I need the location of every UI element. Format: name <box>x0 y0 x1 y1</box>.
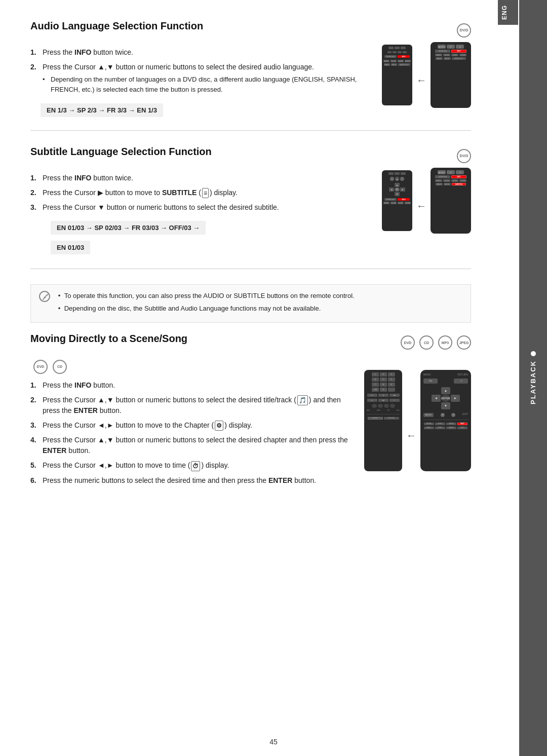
moving-section-title: Moving Directly to a Scene/Song <box>30 333 187 347</box>
audio-section: Audio Language Selection Function DVD <box>30 20 471 131</box>
time-icon: ⏱ <box>191 461 200 471</box>
audio-step-2: 2. Press the Cursor ▲,▼ button or numeri… <box>30 62 471 94</box>
subtitle-steps: 1. Press the INFO button twice. 2. Press… <box>30 173 471 213</box>
subtitle-step-3: 3. Press the Cursor ▼ button or numeric … <box>30 202 471 213</box>
info-bold-3: INFO <box>74 381 91 389</box>
eng-label: ENG <box>501 5 508 20</box>
enter-bold-2: ENTER <box>43 446 66 455</box>
sidebar-dot <box>531 351 536 356</box>
moving-sub-cd-badge: CD <box>53 360 67 374</box>
moving-section: Moving Directly to a Scene/Song DVD CD M… <box>30 333 471 490</box>
subtitle-section-header: Subtitle Language Selection Function DVD <box>30 146 471 166</box>
moving-dvd-badge: DVD <box>401 335 415 350</box>
subtitle-icon: ≡ <box>202 188 209 198</box>
subtitle-bold: SUBTITLE <box>162 188 197 197</box>
audio-dvd-badge: DVD <box>457 23 471 37</box>
moving-step-2: 2. Press the Cursor ▲,▼ button or numeri… <box>30 395 471 416</box>
subtitle-formula-line1: EN 01/03 → SP 02/03 → FR 03/03 → OFF/03 … <box>51 221 206 235</box>
chapter-icon: ⚙ <box>215 421 223 431</box>
subtitle-step-1: 1. Press the INFO button twice. <box>30 173 471 183</box>
audio-section-header: Audio Language Selection Function DVD <box>30 20 471 40</box>
info-bold-1: INFO <box>74 48 91 56</box>
audio-sub-bullet: Depending on the number of languages on … <box>43 74 471 94</box>
title-icon: 🎵 <box>297 395 308 405</box>
moving-step-1: 1. Press the INFO button. <box>30 380 471 391</box>
note-item-1: To operate this function, you can also p… <box>56 291 460 301</box>
moving-mp3-badge: MP3 <box>438 335 452 350</box>
subtitle-step-2: 2. Press the Cursor ▶ button to move to … <box>30 187 471 198</box>
enter-bold-3: ENTER <box>268 476 292 484</box>
info-bold-2: INFO <box>74 174 91 182</box>
sidebar-right: PLAYBACK <box>519 0 547 756</box>
audio-step-1: 1. Press the INFO button twice. <box>30 47 471 58</box>
moving-step-6: 6. Press the numeric buttons to select t… <box>30 475 471 486</box>
moving-sub-dvd-badge: DVD <box>33 360 48 374</box>
subtitle-formula-line2: EN 01/03 <box>51 241 90 254</box>
note-content: To operate this function, you can also p… <box>56 291 460 316</box>
eng-tab: ENG <box>498 0 518 25</box>
note-icon: 𝒻 <box>39 291 50 302</box>
main-content: Audio Language Selection Function DVD <box>30 20 471 500</box>
note-box: 𝒻 To operate this function, you can also… <box>30 284 471 323</box>
audio-steps: 1. Press the INFO button twice. 2. Press… <box>30 47 471 94</box>
subtitle-dvd-badge: DVD <box>457 149 471 163</box>
audio-formula: EN 1/3 → SP 2/3 → FR 3/3 → EN 1/3 <box>41 103 163 117</box>
moving-step-3: 3. Press the Cursor ◄,► button to move t… <box>30 420 471 431</box>
note-item-2: Depending on the disc, the Subtitle and … <box>56 304 460 314</box>
moving-step-5: 5. Press the Cursor ◄,► button to move t… <box>30 460 471 471</box>
enter-bold-1: ENTER <box>73 406 97 414</box>
moving-cd-badge: CD <box>419 335 434 350</box>
subtitle-section: Subtitle Language Selection Function DVD… <box>30 146 471 269</box>
moving-section-header: Moving Directly to a Scene/Song DVD CD M… <box>30 333 471 353</box>
audio-section-title: Audio Language Selection Function <box>30 20 203 34</box>
playback-label: PLAYBACK <box>529 360 537 404</box>
subtitle-section-title: Subtitle Language Selection Function <box>30 146 212 160</box>
moving-jpeg-badge: JPEG <box>457 335 471 350</box>
page-number: 45 <box>269 738 278 746</box>
moving-step-4: 4. Press the Cursor ▲,▼ button or numeri… <box>30 435 471 456</box>
